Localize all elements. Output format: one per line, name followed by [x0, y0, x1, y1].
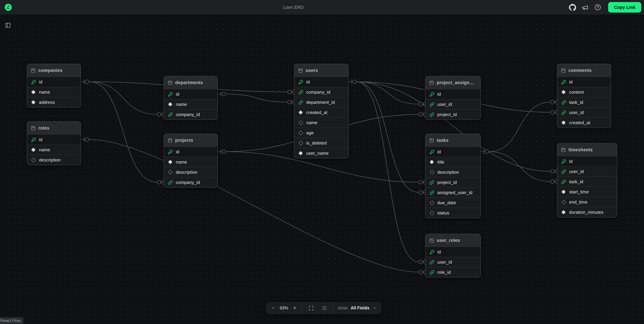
table-header[interactable]: user_roles	[426, 234, 480, 247]
nullable-diamond-icon	[430, 170, 434, 175]
foreign-key-link-icon	[168, 180, 172, 185]
column-row-end_time[interactable]: end_time	[557, 197, 617, 207]
fields-filter-dropdown[interactable]: show All Fields	[333, 302, 382, 314]
app-header: ℒ Liam ERD Copy Link	[0, 0, 644, 15]
column-row-id[interactable]: id	[164, 146, 218, 157]
foreign-key-link-icon	[561, 179, 566, 184]
column-row-name[interactable]: name	[27, 87, 81, 97]
diagram-canvas[interactable]	[0, 15, 644, 324]
column-name: title	[437, 159, 444, 165]
column-row-id[interactable]: id	[294, 77, 348, 87]
column-row-is_deleted[interactable]: is_deleted	[294, 138, 348, 148]
column-row-id[interactable]: id	[164, 89, 218, 99]
column-row-company_id[interactable]: company_id	[164, 177, 218, 187]
column-row-name[interactable]: name	[294, 117, 348, 127]
column-row-name[interactable]: name	[164, 99, 218, 109]
column-row-description[interactable]: description	[164, 167, 218, 177]
column-row-created_at[interactable]: created_at	[557, 117, 611, 127]
primary-key-icon	[168, 92, 172, 96]
column-row-department_id[interactable]: department_id	[294, 97, 348, 107]
table-header[interactable]: companies	[27, 64, 81, 77]
table-roles[interactable]: rolesidnamedescription	[27, 121, 81, 165]
table-header[interactable]: roles	[27, 122, 81, 134]
column-row-id[interactable]: id	[426, 146, 480, 157]
column-row-project_id[interactable]: project_id	[426, 177, 480, 187]
column-row-address[interactable]: address	[27, 97, 81, 107]
column-row-user_name[interactable]: user_name	[294, 148, 348, 158]
column-row-task_id[interactable]: task_id	[557, 177, 617, 187]
table-tasks[interactable]: tasksidtitledescriptionproject_idassigne…	[425, 134, 481, 218]
copy-link-button[interactable]: Copy Link	[608, 2, 642, 13]
column-row-status[interactable]: status	[426, 208, 480, 218]
table-icon	[168, 138, 172, 143]
column-row-role_id[interactable]: role_id	[426, 267, 480, 277]
column-row-age[interactable]: age	[294, 127, 348, 138]
github-button[interactable]	[568, 3, 577, 11]
megaphone-icon	[582, 4, 588, 11]
primary-key-icon	[168, 149, 172, 154]
column-row-user_id[interactable]: user_id	[557, 107, 611, 117]
column-row-id[interactable]: id	[557, 77, 611, 87]
react-flow-attribution[interactable]: React Flow	[0, 317, 24, 324]
column-row-id[interactable]: id	[27, 77, 81, 87]
column-row-id[interactable]: id	[426, 247, 480, 257]
table-header[interactable]: timesheets	[557, 143, 617, 156]
column-row-title[interactable]: title	[426, 157, 480, 167]
column-row-user_id[interactable]: user_id	[557, 166, 617, 177]
column-row-start_time[interactable]: start_time	[557, 187, 617, 197]
table-header[interactable]: comments	[557, 64, 611, 77]
column-row-task_id[interactable]: task_id	[557, 97, 611, 107]
column-row-description[interactable]: description	[426, 167, 480, 177]
table-user_roles[interactable]: user_rolesiduser_idrole_id	[425, 234, 481, 277]
foreign-key-link-icon	[430, 260, 434, 264]
column-row-id[interactable]: id	[426, 89, 480, 99]
table-header[interactable]: users	[294, 64, 348, 77]
column-row-project_id[interactable]: project_id	[426, 109, 480, 119]
column-name: name	[306, 120, 318, 125]
column-row-id[interactable]: id	[557, 156, 617, 166]
table-header[interactable]: project_assignments	[426, 76, 480, 89]
table-header[interactable]: departments	[164, 76, 218, 89]
column-row-user_id[interactable]: user_id	[426, 257, 480, 267]
column-name: id	[437, 249, 441, 254]
column-row-duration_minutes[interactable]: duration_minutes	[557, 207, 617, 217]
table-companies[interactable]: companiesidnameaddress	[27, 64, 81, 108]
column-row-due_date[interactable]: due_date	[426, 198, 480, 208]
announcements-button[interactable]	[581, 3, 589, 11]
column-row-name[interactable]: name	[27, 144, 81, 155]
help-button[interactable]	[594, 3, 602, 11]
table-icon	[561, 147, 566, 152]
column-row-user_id[interactable]: user_id	[426, 99, 480, 109]
liam-logo[interactable]: ℒ	[3, 2, 13, 12]
table-timesheets[interactable]: timesheetsiduser_idtask_idstart_timeend_…	[557, 143, 617, 218]
tidy-up-button[interactable]	[318, 302, 331, 314]
column-row-description[interactable]: description	[27, 155, 81, 165]
sidebar-toggle-button[interactable]	[4, 21, 12, 30]
column-row-id[interactable]: id	[27, 134, 81, 144]
column-name: description	[39, 157, 61, 163]
column-row-created_at[interactable]: created_at	[294, 107, 348, 117]
zoom-out-button[interactable]: −	[267, 302, 279, 314]
table-header[interactable]: projects	[164, 134, 218, 146]
not-null-diamond-icon	[31, 90, 36, 94]
zoom-in-button[interactable]: +	[289, 302, 300, 314]
table-name: users	[306, 68, 318, 73]
column-row-name[interactable]: name	[164, 157, 218, 167]
column-row-assigned_user_id[interactable]: assigned_user_id	[426, 187, 480, 198]
table-header[interactable]: tasks	[426, 134, 480, 146]
table-projects[interactable]: projectsidnamedescriptioncompany_id	[164, 134, 218, 188]
table-comments[interactable]: commentsidcontenttask_iduser_idcreated_a…	[557, 64, 611, 128]
column-row-company_id[interactable]: company_id	[294, 87, 348, 97]
table-project_assignments[interactable]: project_assignmentsiduser_idproject_id	[425, 76, 481, 120]
column-row-content[interactable]: content	[557, 87, 611, 97]
foreign-key-link-icon	[561, 100, 566, 105]
fit-view-button[interactable]	[304, 302, 318, 314]
table-name: companies	[38, 68, 62, 73]
table-departments[interactable]: departmentsidnamecompany_id	[164, 76, 218, 120]
column-row-company_id[interactable]: company_id	[164, 109, 218, 119]
foreign-key-link-icon	[168, 112, 172, 117]
table-name: tasks	[437, 138, 448, 143]
foreign-key-link-icon	[561, 169, 566, 174]
table-users[interactable]: usersidcompany_iddepartment_idcreated_at…	[294, 64, 348, 158]
primary-key-icon	[430, 92, 434, 96]
